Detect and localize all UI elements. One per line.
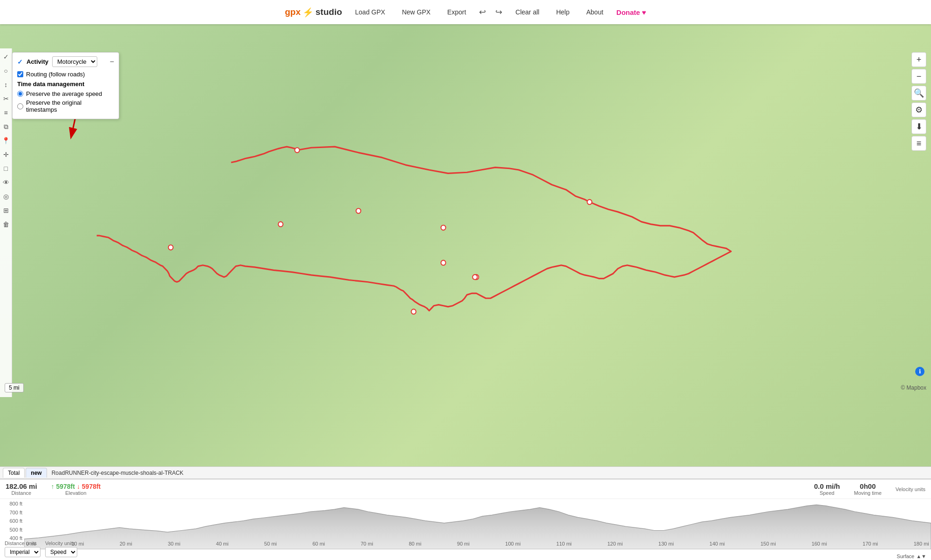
export-button[interactable]: Export [444,7,470,18]
rect-tool[interactable]: □ [1,164,11,173]
bottom-stats-panel: 182.06 mi Distance ↑ 5978ft ↓ 5978ft Ele… [0,479,931,560]
svg-point-6 [474,275,479,280]
routing-checkbox[interactable] [17,71,23,77]
distance-value: 182.06 mi [6,482,37,490]
arrow-tool[interactable]: ↕ [1,80,11,89]
velocity-unit-stat: Velocity units [896,486,925,492]
surface-label: Surface [897,553,914,559]
download-button[interactable]: ⬇ [911,119,926,134]
elev-up: ↑ 5978ft [51,483,75,490]
speed-label: Speed [814,490,840,496]
moving-time-label: Moving time [854,490,882,496]
map-controls: + − 🔍 ⚙ ⬇ ≡ [911,52,926,151]
chart-x-axis: 0 mi10 mi20 mi30 mi40 mi 50 mi60 mi70 mi… [24,541,931,549]
route-overlay [0,24,931,479]
map-container[interactable]: ✓ ○ ↕ ✂ ≡ ⧉ 📍 ✛ □ 👁 ◎ ⊞ 🗑 ✓ Activity Mot… [0,24,931,479]
compass-tool[interactable]: ◎ [1,192,11,201]
preserve-avg-radio[interactable] [17,91,23,97]
velocity-units-label2: Velocity units [45,540,77,546]
y-label-600: 600 ft [4,518,22,524]
chart-main-area: 0 mi10 mi20 mi30 mi40 mi 50 mi60 mi70 mi… [24,499,931,549]
map-background [0,24,931,479]
list-tool[interactable]: ≡ [1,108,11,117]
app-logo: gpx⚡studio [285,7,342,18]
search-button[interactable]: 🔍 [911,86,926,101]
crosshair-tool[interactable]: ✛ [1,150,11,159]
settings-button[interactable]: ⚙ [911,102,926,117]
info-bubble[interactable]: ℹ [915,367,924,376]
distance-units-select[interactable]: Imperial Metric [5,547,40,557]
svg-point-7 [411,309,416,314]
checkmark-icon: ✓ [17,58,23,66]
load-gpx-button[interactable]: Load GPX [351,7,389,18]
svg-point-5 [441,225,445,230]
velocity-units-select[interactable]: Speed Pace [45,547,77,557]
bottom-tabs: Total new RoadRUNNER-city-escape-muscle-… [0,466,931,479]
svg-point-2 [278,222,283,227]
help-button[interactable]: Help [553,7,573,18]
new-gpx-button[interactable]: New GPX [398,7,434,18]
velocity-units-group: Velocity units Speed Pace [45,540,77,557]
distance-units-group: Distance units Imperial Metric [5,540,40,557]
distance-stat: 182.06 mi Distance [6,482,37,496]
surface-badge[interactable]: Surface ▲▼ [897,553,926,559]
copy-tool[interactable]: ⧉ [1,122,11,131]
preserve-avg-label: Preserve the average speed [26,90,102,97]
svg-point-3 [356,209,361,214]
pin-tool[interactable]: 📍 [1,136,11,145]
about-button[interactable]: About [582,7,607,18]
preserve-orig-radio[interactable] [17,103,23,109]
mapbox-attribution: © Mapbox [901,385,926,391]
svg-point-0 [295,148,299,153]
circle-tool[interactable]: ○ [1,66,11,75]
speed-value: 0.0 mi/h [814,482,840,490]
zoom-out-button[interactable]: − [911,69,926,84]
tab-total[interactable]: Total [3,468,25,478]
elev-down: ↓ 5978ft [77,483,101,490]
donate-button[interactable]: Donate ♥ [616,8,646,16]
scale-badge: 5 mi [5,383,24,392]
layers-button[interactable]: ≡ [911,136,926,151]
elevation-label: Elevation [51,490,101,496]
time-data-heading: Time data management [17,81,114,88]
panel-header: ✓ Activity Motorcycle Cycling Running Hi… [17,56,114,67]
minimize-button[interactable]: − [110,58,114,66]
distance-label: Distance [6,490,37,496]
eye-tool[interactable]: 👁 [1,178,11,187]
activity-label: Activity [27,58,48,65]
stats-top-row: 182.06 mi Distance ↑ 5978ft ↓ 5978ft Ele… [0,479,931,499]
distance-units-label: Distance units [5,540,40,546]
trash-tool[interactable]: 🗑 [1,220,11,229]
svg-point-4 [169,245,173,250]
zoom-in-button[interactable]: + [911,52,926,67]
elevation-stat: ↑ 5978ft ↓ 5978ft Elevation [51,483,101,496]
activity-select[interactable]: Motorcycle Cycling Running Hiking [52,56,97,67]
preserve-avg-row: Preserve the average speed [17,90,114,97]
left-toolbar: ✓ ○ ↕ ✂ ≡ ⧉ 📍 ✛ □ 👁 ◎ ⊞ 🗑 [0,48,12,397]
preserve-orig-label: Preserve the original timestamps [26,99,114,113]
elevation-chart: 800 ft 700 ft 600 ft 500 ft 400 ft 0 mi1… [0,499,931,549]
routing-label: Routing (follow roads) [26,71,85,78]
table-tool[interactable]: ⊞ [1,206,11,215]
moving-time-value: 0h00 [854,482,882,490]
tab-new[interactable]: new [26,468,47,478]
y-label-700: 700 ft [4,510,22,515]
y-label-800: 800 ft [4,501,22,506]
undo-button[interactable]: ↩ [479,7,486,17]
moving-time-stat: 0h00 Moving time [854,482,882,496]
svg-point-9 [472,275,477,280]
preserve-orig-row: Preserve the original timestamps [17,99,114,113]
speed-stat: 0.0 mi/h Speed [814,482,840,496]
surface-toggle-icon: ▲▼ [916,553,926,559]
routing-row: Routing (follow roads) [17,71,114,78]
y-label-500: 500 ft [4,527,22,533]
activity-panel: ✓ Activity Motorcycle Cycling Running Hi… [12,52,119,119]
clear-all-button[interactable]: Clear all [512,7,543,18]
redo-button[interactable]: ↪ [495,7,502,17]
dropdowns-row: Distance units Imperial Metric Velocity … [0,540,82,557]
tab-filename: RoadRUNNER-city-escape-muscle-shoals-al-… [48,470,183,476]
elevation-values: ↑ 5978ft ↓ 5978ft [51,483,101,490]
checkmark-tool[interactable]: ✓ [1,52,11,61]
svg-point-1 [587,200,592,205]
scissors-tool[interactable]: ✂ [1,94,11,103]
